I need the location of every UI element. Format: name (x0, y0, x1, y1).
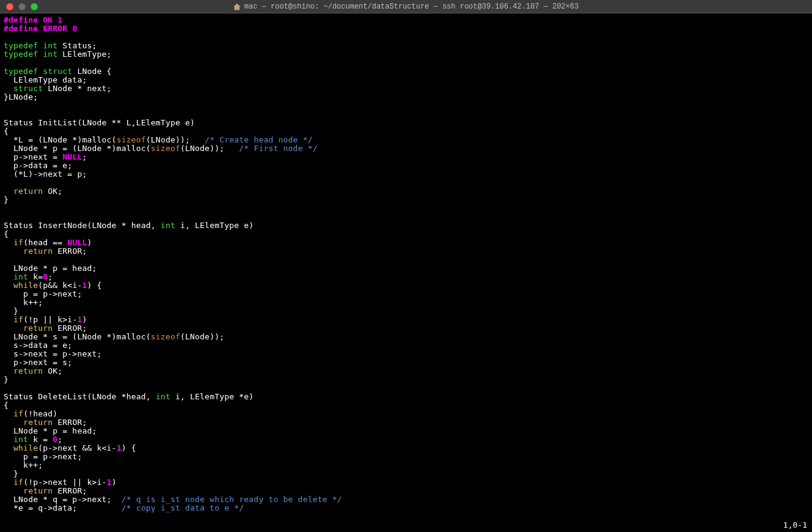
code-token (4, 443, 13, 453)
code-token: ) { (87, 281, 101, 290)
code-token (4, 246, 23, 256)
code-token: (LNode)); (180, 332, 224, 341)
code-line: LNode * p = head; (4, 264, 808, 273)
code-line: struct LNode * next; (4, 84, 808, 93)
code-token: } (4, 195, 9, 204)
code-token: k= (28, 272, 43, 281)
code-token (4, 409, 13, 418)
code-token: return (23, 486, 53, 495)
code-line: while(p->next && k<i-1) { (4, 444, 808, 453)
code-token: ) (112, 478, 117, 487)
code-token: struct (13, 84, 43, 93)
code-line: p = p->next; (4, 453, 808, 461)
code-token (4, 84, 13, 93)
code-token: p = p->next; (4, 289, 82, 298)
code-token: k++; (4, 298, 43, 307)
code-token: (*L)->next = p; (4, 169, 87, 179)
code-token: LElemType data; (4, 75, 87, 84)
code-line: p = p->next; (4, 290, 808, 298)
code-line (4, 179, 808, 187)
code-line: Status DeleteList(LNode *head, int i, LE… (4, 393, 808, 401)
code-line: int k=0; (4, 273, 808, 281)
traffic-lights (0, 3, 38, 10)
code-line: while(p&& k<i-1) { (4, 281, 808, 290)
code-token: ; (57, 435, 62, 444)
code-token (4, 366, 13, 375)
code-line: s->data = e; (4, 341, 808, 350)
code-token: OK; (43, 366, 62, 375)
code-token: (p->next && k<i- (38, 443, 116, 453)
code-line (4, 213, 808, 221)
code-token: LNode * next; (43, 84, 111, 93)
code-line: return OK; (4, 187, 808, 196)
code-token: s->next = p->next; (4, 349, 102, 358)
code-token: (LNode)); (180, 144, 239, 153)
code-token: #define ERROR (4, 24, 72, 33)
code-line: Status InsertNode(LNode * head, int i, L… (4, 221, 808, 230)
terminal-content[interactable]: #define OK 1#define ERROR 0 typedef int … (0, 13, 812, 512)
code-token: 1 (57, 15, 62, 24)
code-token (4, 323, 23, 333)
code-line: typedef int LElemType; (4, 50, 808, 59)
code-line: *L = (LNode *)malloc(sizeof(LNode)); /* … (4, 136, 808, 144)
code-line: if(!head) (4, 410, 808, 418)
code-line: p->next = NULL; (4, 153, 808, 161)
code-token: (!head) (23, 409, 57, 418)
code-token: *L = (LNode *)malloc( (4, 135, 117, 144)
code-line: LNode * p = (LNode *)malloc(sizeof(LNode… (4, 144, 808, 153)
code-line: LNode * s = (LNode *)malloc(sizeof(LNode… (4, 333, 808, 341)
code-line: p->next = s; (4, 358, 808, 367)
code-token: struct (43, 67, 72, 76)
code-line: k++; (4, 461, 808, 470)
code-line (4, 256, 808, 264)
code-token: Status DeleteList(LNode *head, (4, 392, 156, 401)
code-line (4, 110, 808, 119)
code-token: p->next = s; (4, 358, 72, 367)
code-token: ; (82, 152, 87, 161)
code-line: { (4, 230, 808, 238)
code-token: { (4, 401, 9, 410)
code-token: /* First node */ (239, 144, 317, 153)
code-token (4, 478, 13, 487)
code-token: Status InitList(LNode ** L,LElemType e) (4, 118, 195, 127)
code-token: /* Create head node */ (205, 135, 313, 144)
code-token: { (4, 229, 9, 238)
code-token: return (23, 246, 53, 256)
code-token: (!p->next || k>i- (23, 478, 106, 487)
code-token: int (43, 50, 57, 59)
code-token: sizeof (117, 135, 146, 144)
code-line: *e = q->data; /* copy i_st data to e */ (4, 504, 808, 512)
code-token (4, 238, 13, 247)
code-token: NULL (62, 152, 82, 161)
code-token: return (23, 418, 53, 427)
code-token: ) (82, 315, 87, 324)
code-token (4, 486, 23, 495)
vim-status-position: 1,0-1 (783, 521, 807, 530)
close-button[interactable] (6, 3, 13, 10)
code-token: LNode * s = (LNode *)malloc( (4, 332, 151, 341)
code-token: ERROR; (53, 486, 87, 495)
code-token: OK; (43, 187, 62, 196)
zoom-button[interactable] (31, 3, 38, 10)
code-token: } (4, 469, 18, 478)
code-token: p->next = (4, 152, 62, 161)
code-token: int (43, 41, 57, 50)
code-token (4, 418, 23, 427)
minimize-button[interactable] (18, 3, 26, 10)
code-token: typedef (4, 50, 43, 59)
code-line: } (4, 375, 808, 384)
code-token: ; (48, 272, 53, 281)
code-token: LNode * q = p->next; (4, 495, 122, 504)
code-token: Status InsertNode(LNode * head, (4, 221, 161, 230)
code-token (4, 435, 13, 444)
code-token: 1 (107, 478, 112, 487)
code-line: s->next = p->next; (4, 350, 808, 358)
code-line: }LNode; (4, 93, 808, 102)
code-token: k++; (4, 460, 43, 470)
code-token: i, LElemType *e) (170, 392, 254, 401)
code-token: LNode { (72, 67, 111, 76)
code-token (4, 315, 13, 324)
code-line: if(!p || k>i-1) (4, 316, 808, 324)
code-line: { (4, 127, 808, 136)
code-token: if (13, 315, 23, 324)
